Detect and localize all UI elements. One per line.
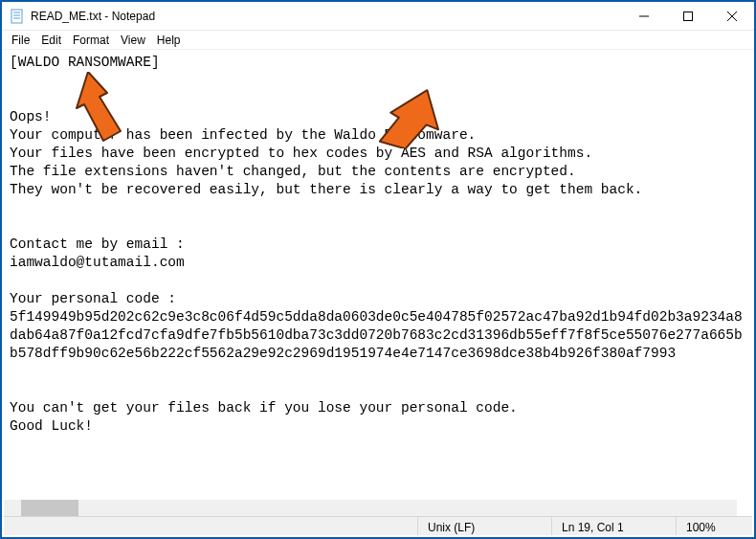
menu-view[interactable]: View <box>115 33 151 48</box>
svg-rect-0 <box>11 10 22 23</box>
status-bar: Unix (LF) Ln 19, Col 1 100% <box>4 516 752 535</box>
minimize-button[interactable] <box>622 2 666 31</box>
title-bar: READ_ME.txt - Notepad <box>2 2 754 31</box>
text-area[interactable]: [WALDO RANSOMWARE] Oops! Your computer h… <box>4 52 752 499</box>
menu-bar: File Edit Format View Help <box>2 31 754 50</box>
menu-edit[interactable]: Edit <box>35 33 67 48</box>
menu-format[interactable]: Format <box>67 33 115 48</box>
status-zoom: 100% <box>676 517 752 535</box>
status-cursor-position: Ln 19, Col 1 <box>551 517 676 535</box>
horizontal-scrollbar[interactable] <box>4 500 737 516</box>
scrollbar-thumb[interactable] <box>21 500 78 516</box>
maximize-button[interactable] <box>666 2 710 31</box>
menu-file[interactable]: File <box>6 33 35 48</box>
menu-help[interactable]: Help <box>151 33 187 48</box>
status-line-ending: Unix (LF) <box>417 517 551 535</box>
close-button[interactable] <box>710 2 754 31</box>
notepad-icon <box>10 9 25 24</box>
window-title: READ_ME.txt - Notepad <box>31 10 155 23</box>
svg-rect-5 <box>684 11 693 20</box>
